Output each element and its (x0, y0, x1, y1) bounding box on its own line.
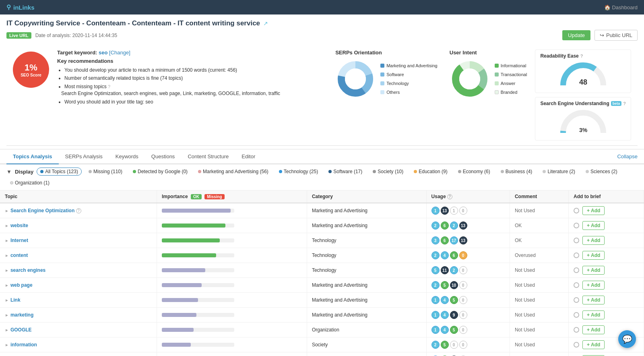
add-button[interactable]: + Add (582, 296, 605, 304)
collapse-button[interactable]: Collapse (617, 153, 638, 159)
filter-chip-technology[interactable]: Technology (25) (275, 168, 322, 176)
expand-arrow[interactable]: ► (5, 224, 9, 228)
topic-link[interactable]: website (10, 223, 28, 228)
expand-arrow[interactable]: ► (5, 238, 9, 243)
expand-arrow[interactable]: ► (5, 283, 9, 288)
add-button[interactable]: + Add (582, 281, 605, 290)
importance-bar (162, 224, 225, 228)
col-add-to-brief: Add to brief (569, 190, 644, 203)
radio-button[interactable] (574, 223, 579, 228)
radio-button[interactable] (574, 208, 579, 213)
tab-serps-analysis[interactable]: SERPs Analysis (59, 149, 109, 164)
readability-help-icon[interactable]: ? (580, 54, 583, 58)
filter-chip-education[interactable]: Education (9) (410, 168, 451, 176)
category-cell: Technology (307, 233, 426, 248)
radio-button[interactable] (574, 327, 579, 333)
topic-info-icon[interactable]: ? (76, 208, 81, 213)
expand-arrow[interactable]: ► (5, 328, 9, 332)
filter-chip-marketing[interactable]: Marketing and Advertising (56) (194, 168, 272, 176)
radio-button[interactable] (574, 342, 579, 348)
usage-icons: 1490 (431, 311, 505, 319)
radio-button[interactable] (574, 253, 579, 258)
expand-arrow[interactable]: ► (5, 209, 9, 213)
filter-chip-organization[interactable]: Organization (1) (6, 179, 53, 187)
date-analysis: Date of analysis: 2020-11-14 14:44:35 (35, 33, 117, 38)
topic-link[interactable]: Link (10, 297, 21, 303)
topic-link[interactable]: GOOGLE (10, 327, 32, 333)
filter-chip-society[interactable]: Society (10) (369, 168, 407, 176)
main-content-area: 1% SEO Score Target keyword: seo [Change… (6, 45, 638, 146)
info-icon[interactable]: ? (108, 84, 110, 89)
radio-button[interactable] (574, 282, 579, 288)
importance-cell (157, 233, 307, 248)
add-button[interactable]: + Add (582, 221, 605, 230)
usage-icon: 1 (450, 207, 458, 215)
readability-gauge: 48 (559, 61, 607, 89)
tab-keywords[interactable]: Keywords (109, 149, 145, 164)
usage-icon: 0 (459, 311, 467, 319)
usage-icon: 5 (450, 296, 458, 304)
tab-topics-analysis[interactable]: Topics Analysis (6, 149, 59, 164)
comment-cell: OK (510, 233, 568, 248)
chat-button[interactable]: 💬 (618, 330, 636, 348)
filter-chip-detected-google[interactable]: Detected by Google (0) (129, 168, 191, 176)
recommendations: Target keyword: seo [Change] Key recomme… (57, 50, 327, 141)
topic-link[interactable]: information (10, 342, 37, 348)
usage-cell: 2460 (426, 248, 510, 263)
add-button[interactable]: + Add (582, 206, 605, 215)
dashboard-link[interactable]: 🏠 Dashboard (604, 4, 638, 10)
filter-chip-software[interactable]: Software (17) (325, 168, 366, 176)
expand-arrow[interactable]: ► (5, 343, 9, 347)
public-url-button[interactable]: ↪ Public URL (594, 30, 638, 41)
filter-chip-business[interactable]: Business (4) (497, 168, 536, 176)
add-button[interactable]: + Add (582, 340, 605, 349)
usage-cell: 2500 (426, 337, 510, 352)
filter-chip-sciences[interactable]: Sciences (2) (582, 168, 621, 176)
topic-link[interactable]: content (10, 253, 28, 258)
table-row: ►marketingMarketing and Advertising1490N… (0, 308, 644, 323)
expand-arrow[interactable]: ► (5, 313, 9, 317)
comment-text: Not Used (515, 312, 535, 318)
importance-cell (157, 263, 307, 278)
comment-text: OK (515, 238, 522, 243)
comment-text: Overused (515, 253, 536, 258)
topic-link[interactable]: marketing (10, 312, 33, 318)
public-url-label: Public URL (606, 32, 632, 38)
change-link[interactable]: [Change] (109, 50, 130, 56)
radio-button[interactable] (574, 312, 579, 318)
topic-link[interactable]: Search Engine Optimization (10, 208, 74, 213)
add-button[interactable]: + Add (582, 236, 605, 245)
radio-button[interactable] (574, 267, 579, 273)
add-button[interactable]: + Add (582, 325, 605, 334)
add-button[interactable]: + Add (582, 310, 605, 319)
category-cell: Marketing and Advertising (307, 278, 426, 293)
external-link-icon[interactable]: ↗ (263, 20, 268, 27)
radio-button[interactable] (574, 238, 579, 243)
usage-icon: 6 (441, 221, 449, 230)
filter-chip-missing[interactable]: Missing (110) (85, 168, 126, 176)
expand-arrow[interactable]: ► (5, 268, 9, 273)
table-body: ►Search Engine Optimization ?Marketing a… (0, 203, 644, 356)
add-button[interactable]: + Add (582, 266, 605, 275)
table-row: ►contentTechnology2460Overused+ Add (0, 248, 644, 263)
tab-content-structure[interactable]: Content Structure (181, 149, 235, 164)
topic-link[interactable]: search engines (10, 267, 45, 273)
usage-cell: 361713 (426, 233, 510, 248)
topic-link[interactable]: web page (10, 282, 33, 288)
seo-score-pct: 1% (25, 62, 37, 73)
usage-help-icon[interactable]: ? (447, 194, 452, 199)
filter-chip-economy[interactable]: Economy (6) (454, 168, 494, 176)
table-row: ►web pageMarketing and Advertising25100N… (0, 278, 644, 293)
filter-chip-all-topics[interactable]: All Topics (123) (37, 168, 82, 176)
tab-editor[interactable]: Editor (235, 149, 262, 164)
expand-arrow[interactable]: ► (5, 298, 9, 302)
radio-button[interactable] (574, 297, 579, 303)
topic-cell: ►traffic (0, 352, 157, 356)
tab-questions[interactable]: Questions (145, 149, 182, 164)
add-button[interactable]: + Add (582, 251, 605, 260)
expand-arrow[interactable]: ► (5, 253, 9, 258)
topic-link[interactable]: Internet (10, 238, 28, 243)
filter-chip-literature[interactable]: Literature (2) (539, 168, 579, 176)
update-button[interactable]: Update (562, 30, 590, 40)
search-understanding-help-icon[interactable]: ? (623, 101, 626, 106)
